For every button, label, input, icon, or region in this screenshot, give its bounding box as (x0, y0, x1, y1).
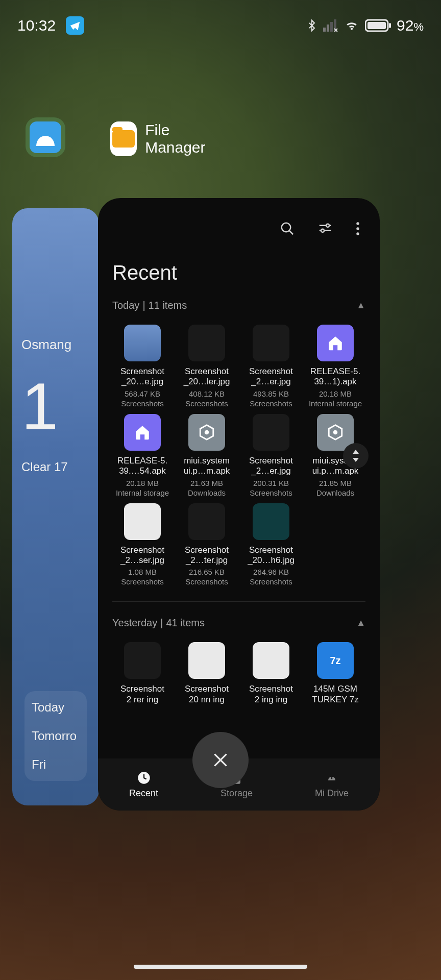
file-tile[interactable]: 7z145M GSMTURKEY 7z (305, 642, 365, 705)
file-name: miui.systemui.p…m.apk (184, 456, 230, 477)
file-tile[interactable]: Screenshot_2…ter.jpg216.65 KBScreenshots (177, 503, 237, 586)
file-name: Screenshot_2…ter.jpg (185, 545, 229, 566)
svg-rect-1 (327, 24, 329, 32)
chevron-up-icon: ▲ (356, 300, 365, 311)
file-size: 21.63 MB (190, 479, 223, 487)
file-location: Downloads (188, 488, 226, 497)
file-location: Screenshots (121, 399, 163, 408)
file-tile[interactable]: RELEASE-5.39.…54.apk20.18 MBInternal sto… (112, 414, 173, 497)
file-size: 216.65 KB (189, 568, 225, 576)
file-size: 20.18 MB (126, 479, 159, 487)
chevron-up-icon: ▲ (356, 618, 365, 628)
file-location: Screenshots (185, 577, 228, 586)
section-today[interactable]: Today|11 items ▲ (112, 300, 365, 311)
file-tile[interactable]: Screenshot2 rer ing (112, 642, 173, 705)
file-name: Screenshot_2…er.jpg (249, 366, 293, 387)
file-manager-card[interactable]: Recent Today|11 items ▲ Screenshot_20…e.… (98, 198, 380, 811)
svg-point-9 (321, 229, 324, 232)
gesture-bar[interactable] (134, 965, 307, 969)
battery-percent: 92% (397, 17, 424, 34)
file-size: 1.08 MB (128, 568, 157, 576)
file-location: Internal storage (309, 399, 362, 408)
file-size: 20.18 MB (319, 389, 352, 398)
file-name: Screenshot_20…e.jpg (120, 366, 164, 387)
file-size: 200.31 KB (253, 479, 289, 487)
sort-toggle-button[interactable] (343, 443, 369, 469)
file-manager-title: File Manager (145, 121, 213, 156)
filter-icon[interactable] (317, 221, 333, 238)
weather-forecast: Today Tomorro Fri (24, 691, 87, 781)
svg-rect-0 (323, 28, 326, 32)
more-icon[interactable] (355, 221, 360, 238)
search-icon[interactable] (280, 221, 295, 238)
svg-point-14 (333, 430, 338, 435)
svg-rect-5 (368, 22, 386, 29)
file-tile[interactable]: Screenshot_2…er.jpg200.31 KBScreenshots (241, 414, 301, 497)
file-location: Downloads (316, 488, 354, 497)
close-all-button[interactable] (192, 732, 249, 788)
file-location: Internal storage (116, 488, 169, 497)
svg-point-13 (205, 430, 209, 435)
file-name: RELEASE-5.39.…54.apk (117, 456, 167, 477)
status-bar: 10:32 92% (0, 10, 441, 41)
file-tile[interactable]: Screenshot_2…er.jpg493.85 KBScreenshots (241, 325, 301, 408)
file-tile[interactable]: miui.systemui.p…m.apk21.63 MBDownloads (177, 414, 237, 497)
file-name: Screenshot2 ing ing (249, 684, 293, 705)
svg-rect-2 (330, 22, 333, 32)
file-size: 493.85 KB (253, 389, 289, 398)
svg-point-12 (356, 232, 359, 235)
file-tile[interactable]: Screenshot_20…e.jpg568.47 KBScreenshots (112, 325, 173, 408)
file-location: Screenshots (250, 488, 292, 497)
file-name: Screenshot_2…ser.jpg (120, 545, 164, 566)
weather-city: Osmang (21, 337, 90, 353)
file-name: Screenshot20 nn ing (185, 684, 229, 705)
svg-point-11 (356, 227, 359, 230)
file-size: 408.12 KB (189, 389, 225, 398)
wifi-icon (344, 19, 360, 32)
bluetooth-icon (306, 18, 318, 33)
file-location: Screenshots (121, 577, 163, 586)
file-tile[interactable]: Screenshot2 ing ing (241, 642, 301, 705)
svg-point-10 (356, 222, 359, 225)
weather-app-icon[interactable] (30, 121, 61, 153)
signal-icon (323, 19, 338, 32)
weather-temp: 1 (21, 368, 90, 445)
file-manager-app-icon[interactable] (110, 121, 137, 156)
file-tile[interactable]: Screenshot20 nn ing (177, 642, 237, 705)
telegram-icon (66, 16, 84, 35)
file-name: Screenshot_20…ler.jpg (184, 366, 230, 387)
file-size: 568.47 KB (125, 389, 160, 398)
divider (112, 601, 365, 602)
file-name: Screenshot_2…er.jpg (249, 456, 293, 477)
file-location: Screenshots (185, 399, 228, 408)
file-tile[interactable]: Screenshot_20…ler.jpg408.12 KBScreenshot… (177, 325, 237, 408)
file-name: Screenshot2 rer ing (120, 684, 164, 705)
svg-point-7 (282, 223, 291, 232)
svg-point-8 (326, 224, 329, 227)
file-size: 21.85 MB (319, 479, 352, 487)
section-yesterday[interactable]: Yesterday|41 items ▲ (112, 617, 365, 629)
file-location: Screenshots (250, 577, 292, 586)
svg-rect-6 (389, 23, 391, 28)
file-tile[interactable]: RELEASE-5.39…1).apk20.18 MBInternal stor… (305, 325, 365, 408)
file-size: 264.96 KB (253, 568, 289, 576)
nav-recent[interactable]: Recent (129, 771, 158, 799)
clock: 10:32 (17, 17, 56, 34)
file-tile[interactable]: Screenshot_20…h6.jpg264.96 KBScreenshots (241, 503, 301, 586)
file-name: 145M GSMTURKEY 7z (312, 684, 358, 705)
file-location: Screenshots (250, 399, 292, 408)
nav-midrive[interactable]: Mi Drive (315, 771, 349, 799)
weather-app-card[interactable]: Osmang 1 Clear 17 Today Tomorro Fri (12, 208, 99, 805)
file-name: Screenshot_20…h6.jpg (248, 545, 295, 566)
file-name: RELEASE-5.39…1).apk (310, 366, 360, 387)
battery-icon (365, 18, 391, 33)
weather-condition: Clear 17 (21, 460, 90, 474)
file-tile[interactable]: Screenshot_2…ser.jpg1.08 MBScreenshots (112, 503, 173, 586)
page-title: Recent (112, 261, 365, 284)
